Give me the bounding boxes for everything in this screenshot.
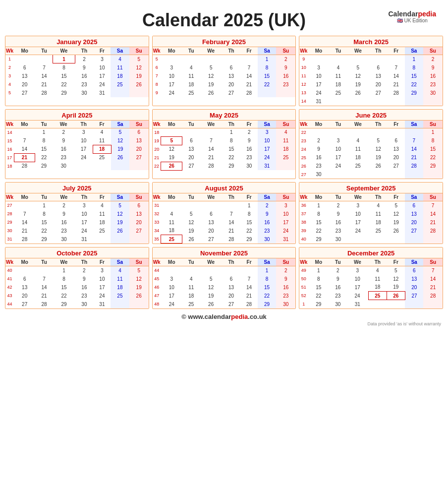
table-row: 221 xyxy=(299,128,443,136)
day-cell: 4 xyxy=(94,201,111,210)
day-cell: 21 xyxy=(240,80,258,89)
day-cell: 15 xyxy=(308,283,329,292)
month-title-8: September 2025 xyxy=(299,183,443,193)
day-cell xyxy=(388,97,405,106)
week-number: 51 xyxy=(299,283,308,292)
day-sunday: 6 xyxy=(129,128,149,136)
col-header-th: Th xyxy=(368,258,387,266)
day-cell: 18 xyxy=(182,80,200,89)
day-sunday xyxy=(129,89,149,97)
month-title-6: July 2025 xyxy=(5,183,149,193)
day-cell: 26 xyxy=(200,300,222,308)
col-header-fr: Fr xyxy=(388,47,405,55)
week-number: 50 xyxy=(299,275,308,283)
day-cell xyxy=(14,55,35,63)
col-header-su: Su xyxy=(276,193,295,201)
col-header-th: Th xyxy=(222,121,240,128)
day-cell xyxy=(161,128,182,136)
month-title-4: May 2025 xyxy=(153,110,296,121)
week-number: 49 xyxy=(299,266,308,275)
table-row: 710111213141516 xyxy=(153,72,296,80)
col-header-sa: Sa xyxy=(405,47,423,55)
col-header-mo: Mo xyxy=(161,121,182,128)
day-cell: 14 xyxy=(240,72,258,80)
day-sunday: 27 xyxy=(129,227,149,235)
week-number: 13 xyxy=(299,89,308,97)
month-title-3: April 2025 xyxy=(5,110,149,121)
day-sunday: 16 xyxy=(423,72,443,80)
month-block-8: September 2025WkMoTuWeThFrSaSu3612345673… xyxy=(299,182,443,244)
table-row: 232345678 xyxy=(299,136,443,145)
month-block-2: March 2025WkMoTuWeThFrSaSu91210345678911… xyxy=(299,36,443,106)
week-number: 45 xyxy=(153,275,161,283)
day-sunday xyxy=(129,235,149,244)
day-cell: 13 xyxy=(14,72,35,80)
table-row: 5115161718192021 xyxy=(299,283,443,292)
day-cell: 8 xyxy=(53,63,75,72)
day-cell: 4 xyxy=(330,63,347,72)
day-cell xyxy=(161,55,182,63)
col-header-su: Su xyxy=(129,193,149,201)
day-saturday xyxy=(405,170,423,179)
day-cell xyxy=(330,55,347,63)
day-cell: 17 xyxy=(75,218,93,227)
day-cell: 8 xyxy=(35,210,53,218)
day-cell: 11 xyxy=(182,283,200,292)
table-row: 18282930 xyxy=(5,162,149,170)
week-number: 28 xyxy=(5,210,14,218)
col-header-mo: Mo xyxy=(161,258,182,266)
col-header-sa: Sa xyxy=(258,258,276,266)
table-row: 181234 xyxy=(153,128,296,136)
week-number: 5 xyxy=(5,89,14,97)
day-cell xyxy=(182,266,200,275)
day-sunday xyxy=(423,170,443,179)
day-cell: 2 xyxy=(240,128,258,136)
day-cell: 23 xyxy=(240,153,258,162)
col-header-th: Th xyxy=(75,193,93,201)
table-row: 4412 xyxy=(153,266,296,275)
col-header-su: Su xyxy=(276,258,295,266)
col-header-wk: Wk xyxy=(153,193,161,201)
col-header-tu: Tu xyxy=(182,258,200,266)
day-cell: 31 xyxy=(94,300,111,308)
col-header-wk: Wk xyxy=(5,121,14,128)
day-cell: 15 xyxy=(240,218,258,227)
day-cell: 6 xyxy=(369,63,388,72)
week-number: 31 xyxy=(153,201,161,210)
day-cell: 5 xyxy=(347,63,369,72)
col-header-mo: Mo xyxy=(161,193,182,201)
day-cell: 1 xyxy=(308,266,329,275)
day-cell: 12 xyxy=(369,145,388,153)
col-header-th: Th xyxy=(75,258,93,266)
day-cell: 13 xyxy=(14,283,35,292)
week-number: 43 xyxy=(5,292,14,300)
week-number: 18 xyxy=(153,128,161,136)
week-number: 12 xyxy=(299,80,308,89)
day-cell: 29 xyxy=(35,162,53,170)
cal-table-4: WkMoTuWeThFrSaSu181234195678910112012131… xyxy=(153,121,296,171)
day-cell: 16 xyxy=(53,145,74,153)
day-cell xyxy=(200,55,222,63)
day-sunday: 5 xyxy=(129,55,149,63)
col-header-fr: Fr xyxy=(387,258,405,266)
week-number: 8 xyxy=(153,80,161,89)
week-number: 32 xyxy=(153,210,161,218)
col-header-tu: Tu xyxy=(182,193,200,201)
col-header-th: Th xyxy=(222,193,240,201)
day-saturday xyxy=(258,89,276,97)
day-cell: 16 xyxy=(53,218,75,227)
day-cell: 26 xyxy=(182,235,200,244)
day-cell: 1 xyxy=(240,201,258,210)
day-sunday: 14 xyxy=(423,210,443,218)
day-cell: 29 xyxy=(308,300,329,308)
col-header-fr: Fr xyxy=(240,47,258,55)
day-cell: 18 xyxy=(347,153,369,162)
day-cell: 20 xyxy=(388,153,405,162)
day-saturday xyxy=(405,128,423,136)
week-number: 29 xyxy=(5,218,14,227)
week-number: 26 xyxy=(299,162,308,170)
table-row: 4320212223242526 xyxy=(5,292,149,300)
table-row: 4717181920212223 xyxy=(153,292,296,300)
day-saturday: 18 xyxy=(111,72,129,80)
week-number: 40 xyxy=(299,235,308,244)
